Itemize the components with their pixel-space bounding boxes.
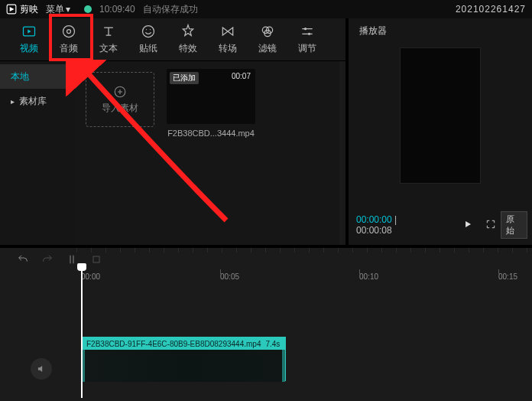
timeline-clip[interactable]: F2B38CBD-91FF-4E6C-80B9-EB8D08293444.mp4… [81,337,286,381]
app-logo: 剪映 [6,3,38,16]
track-area[interactable]: F2B38CBD-91FF-4E6C-80B9-EB8D08293444.mp4… [0,294,532,401]
player-time: 00:00:00 | 00:00:08 [356,214,433,236]
svg-point-4 [143,26,154,37]
media-sidebar: 本地 ▸ 素材库 [0,61,75,245]
tick: 00:15 [498,272,517,281]
project-timestamp: 202102261427 [456,4,526,15]
import-media-button[interactable]: 导入素材 [86,72,154,127]
player-controls: 00:00:00 | 00:00:08 原始 [356,211,527,239]
tab-video[interactable]: 视频 [9,18,49,61]
svg-point-2 [63,26,75,37]
autosave-status-dot [84,5,92,13]
chevron-down-icon: ▾ [66,4,70,15]
clip-body [82,350,285,382]
svg-rect-11 [93,256,99,262]
filter-icon [260,24,275,39]
audio-icon [61,24,76,39]
media-panel: 导入素材 已添加 00:07 F2B38CBD...3444.mp4 [75,61,339,245]
effect-icon [180,24,196,39]
tick: 00:05 [220,272,239,281]
ruler-ticks [76,248,532,253]
play-button[interactable] [462,219,473,232]
redo-button[interactable] [41,253,54,268]
player-title: 播放器 [349,18,532,43]
speaker-icon [36,364,47,374]
clip-thumbnail: 已添加 00:07 [167,69,255,124]
split-icon [66,253,78,266]
clip-header: F2B38CBD-91FF-4E6C-80B9-EB8D08293444.mp4… [82,337,285,350]
redo-icon [41,253,54,266]
tick: 00:00 [81,272,100,281]
track-mute-button[interactable] [31,358,52,380]
fullscreen-icon [485,219,496,230]
tab-filter[interactable]: 滤镜 [248,18,287,61]
delete-button[interactable] [90,253,102,268]
sidebar-item-library[interactable]: ▸ 素材库 [0,89,75,113]
top-bar: 剪映 菜单 ▾ 10:09:40 自动保存成功 202102261427 [0,0,532,18]
text-icon [101,24,116,39]
sidebar-item-local[interactable]: 本地 [0,64,75,89]
split-button[interactable] [66,253,78,268]
tab-sticker[interactable]: 贴纸 [128,18,168,61]
autosave-time: 10:09:40 [99,4,135,15]
chevron-right-icon: ▸ [11,97,15,106]
menu-dropdown[interactable]: 菜单 ▾ [46,3,70,16]
adjust-icon [300,24,315,39]
sticker-icon [141,24,156,39]
logo-icon [6,4,17,15]
timeline-ruler[interactable]: 00:00 00:05 00:10 00:15 [76,272,532,289]
added-badge: 已添加 [170,72,199,84]
player-panel: 播放器 00:00:00 | 00:00:08 原始 [345,18,532,245]
tab-text[interactable]: 文本 [89,18,128,61]
autosave-text: 自动保存成功 [143,3,198,16]
undo-button[interactable] [17,253,29,268]
tick: 00:10 [359,272,378,281]
clip-filename: F2B38CBD...3444.mp4 [167,129,255,138]
transition-icon [220,24,235,39]
tab-transition[interactable]: 转场 [208,18,248,61]
plus-circle-icon [113,85,127,99]
undo-icon [17,253,29,266]
play-icon [462,219,473,230]
app-name: 剪映 [20,3,38,16]
video-preview[interactable] [400,47,481,184]
fullscreen-button[interactable] [485,219,496,232]
delete-icon [90,253,102,266]
aspect-ratio-selector[interactable]: 原始 [501,211,527,239]
media-clip[interactable]: 已添加 00:07 F2B38CBD...3444.mp4 [167,69,255,138]
video-icon [21,24,37,39]
svg-point-3 [67,30,71,34]
playhead[interactable] [81,268,83,398]
clip-duration: 00:07 [232,72,251,80]
tab-effect[interactable]: 特效 [168,18,208,61]
tab-audio[interactable]: 音频 [49,18,89,61]
tab-adjust[interactable]: 调节 [287,18,327,61]
svg-point-8 [304,28,307,30]
svg-point-9 [308,33,310,35]
